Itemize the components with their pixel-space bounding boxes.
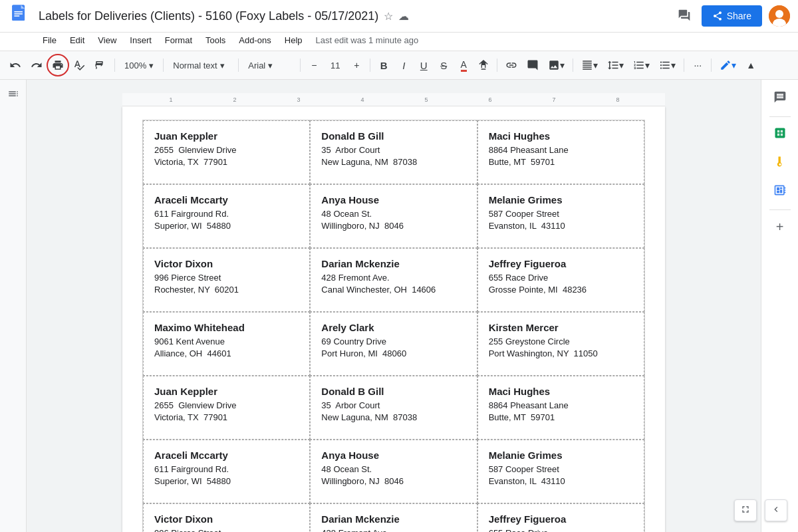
title-info: Labels for Deliveries (Clients) - 5160 (… <box>39 9 674 23</box>
label-name: Donald B Gill <box>321 386 466 397</box>
style-chevron: ▾ <box>220 61 225 70</box>
label-name: Juan Keppler <box>154 386 299 397</box>
tasks-panel-icon[interactable] <box>768 178 792 205</box>
user-avatar[interactable] <box>769 5 790 27</box>
numbered-list-button[interactable]: ▾ <box>629 56 654 74</box>
label-cell: Juan Keppler2655 Glenview Drive Victoria… <box>143 376 310 440</box>
italic-button[interactable]: I <box>394 56 413 74</box>
label-address: 2655 Glenview Drive Victoria, TX 77901 <box>154 400 299 424</box>
label-name: Araceli Mccarty <box>154 450 299 461</box>
toolbar: 100% ▾ Normal text ▾ Arial ▾ − + B I U S… <box>0 51 798 80</box>
strikethrough-button[interactable]: S <box>434 56 453 74</box>
chat-panel-icon[interactable] <box>768 85 792 112</box>
label-address: 587 Cooper Street Evanston, IL 43110 <box>489 464 633 487</box>
label-name: Kirsten Mercer <box>489 322 633 333</box>
menu-tools[interactable]: Tools <box>200 33 231 48</box>
label-name: Anya House <box>321 194 466 205</box>
underline-button[interactable]: U <box>414 56 433 74</box>
redo-button[interactable] <box>27 56 47 74</box>
label-address: 9061 Kent Avenue Alliance, OH 44601 <box>154 336 299 360</box>
image-button[interactable]: ▾ <box>544 56 569 74</box>
label-cell: Juan Keppler2655 Glenview Drive Victoria… <box>143 120 310 184</box>
label-address: 655 Race Drive Grosse Pointe, MI 48236 <box>489 527 633 532</box>
doc-page: Juan Keppler2655 Glenview Drive Victoria… <box>122 106 665 532</box>
share-label: Share <box>727 11 751 21</box>
font-size-input[interactable] <box>325 58 346 73</box>
menu-view[interactable]: View <box>92 33 122 48</box>
panel-divider-2 <box>769 209 791 210</box>
more-button[interactable]: ··· <box>688 56 707 74</box>
text-color-button[interactable]: A <box>454 56 473 74</box>
right-panel: + <box>761 80 798 532</box>
svg-rect-4 <box>14 13 23 15</box>
label-cell: Kirsten Mercer255 Greystone Circle Port … <box>477 312 644 376</box>
label-address: 48 Ocean St. Willingboro, NJ 8046 <box>321 464 466 487</box>
menu-edit[interactable]: Edit <box>65 33 90 48</box>
cloud-icon[interactable]: ☁ <box>398 10 409 23</box>
last-edit-text: Last edit was 1 minute ago <box>316 35 419 45</box>
add-panel-button[interactable]: + <box>771 214 789 240</box>
edit-mode-button[interactable]: ▾ <box>716 56 740 74</box>
label-name: Victor Dixon <box>154 513 299 525</box>
label-name: Victor Dixon <box>154 258 299 269</box>
doc-area[interactable]: 1 2 3 4 5 6 7 8 Juan Keppler2655 Glenvie… <box>27 80 761 532</box>
comments-button[interactable] <box>674 5 695 28</box>
menu-format[interactable]: Format <box>160 33 198 48</box>
bold-button[interactable]: B <box>374 56 393 74</box>
separator-6 <box>497 59 497 72</box>
label-cell: Araceli Mccarty611 Fairground Rd. Superi… <box>143 440 310 503</box>
ruler: 1 2 3 4 5 6 7 8 <box>122 93 665 106</box>
menu-addons[interactable]: Add-ons <box>233 33 276 48</box>
expand-button-wrapper <box>734 499 757 521</box>
bullet-list-button[interactable]: ▾ <box>655 56 680 74</box>
font-size-decrease-button[interactable]: − <box>305 56 323 74</box>
label-name: Darian Mckenzie <box>321 258 466 269</box>
label-address: 69 Country Drive Port Huron, MI 48060 <box>321 336 466 360</box>
menu-bar: File Edit View Insert Format Tools Add-o… <box>0 33 798 51</box>
sheets-panel-icon[interactable] <box>768 121 792 148</box>
outline-icon[interactable] <box>5 85 22 105</box>
title-bar: Labels for Deliveries (Clients) - 5160 (… <box>0 0 798 33</box>
label-address: 8864 Pheasant Lane Butte, MT 59701 <box>489 400 633 424</box>
label-cell: Maximo Whitehead9061 Kent Avenue Allianc… <box>143 312 310 376</box>
link-button[interactable] <box>501 56 521 74</box>
panel-divider-1 <box>769 116 791 117</box>
star-icon[interactable]: ☆ <box>384 10 393 23</box>
label-cell: Donald B Gill35 Arbor Court New Laguna, … <box>310 120 477 184</box>
zoom-dropdown[interactable]: 100% ▾ <box>119 56 159 74</box>
print-button[interactable] <box>48 56 68 74</box>
label-name: Melanie Grimes <box>489 450 633 461</box>
font-size-increase-button[interactable]: + <box>347 56 366 74</box>
label-cell: Anya House48 Ocean St. Willingboro, NJ 8… <box>310 184 477 248</box>
keep-panel-icon[interactable] <box>768 150 792 177</box>
label-address: 996 Pierce Street Rochester, NY 60201 <box>154 272 299 296</box>
main-area: 1 2 3 4 5 6 7 8 Juan Keppler2655 Glenvie… <box>0 80 798 532</box>
label-address: 428 Fremont Ave. Canal Winchester, OH 14… <box>321 527 466 532</box>
style-dropdown[interactable]: Normal text ▾ <box>168 56 234 74</box>
label-cell: Anya House48 Ocean St. Willingboro, NJ 8… <box>310 440 477 503</box>
menu-help[interactable]: Help <box>279 33 308 48</box>
label-address: 48 Ocean St. Willingboro, NJ 8046 <box>321 208 466 232</box>
undo-button[interactable] <box>5 56 25 74</box>
title-bar-right: Share <box>674 5 790 28</box>
zoom-value: 100% <box>124 61 146 70</box>
labels-grid: Juan Keppler2655 Glenview Drive Victoria… <box>142 120 645 532</box>
font-dropdown[interactable]: Arial ▾ <box>243 56 296 74</box>
doc-title-text: Labels for Deliveries (Clients) - 5160 (… <box>39 9 378 23</box>
paint-format-button[interactable] <box>90 56 110 74</box>
menu-file[interactable]: File <box>37 33 62 48</box>
spellcheck-button[interactable] <box>69 56 89 74</box>
highlight-button[interactable] <box>474 56 493 74</box>
line-spacing-button[interactable]: ▾ <box>603 56 628 74</box>
share-button[interactable]: Share <box>702 5 762 27</box>
label-name: Jeffrey Figueroa <box>489 258 633 269</box>
left-sidebar <box>0 80 27 532</box>
separator-2 <box>163 59 164 72</box>
label-cell: Jeffrey Figueroa655 Race Drive Grosse Po… <box>477 503 644 532</box>
expand-toolbar-button[interactable]: ▲ <box>741 56 760 74</box>
align-button[interactable]: ▾ <box>577 56 602 74</box>
collapse-panel-button[interactable] <box>765 499 787 521</box>
expand-view-button[interactable] <box>734 499 757 521</box>
menu-insert[interactable]: Insert <box>124 33 157 48</box>
comment-button[interactable] <box>523 56 543 74</box>
